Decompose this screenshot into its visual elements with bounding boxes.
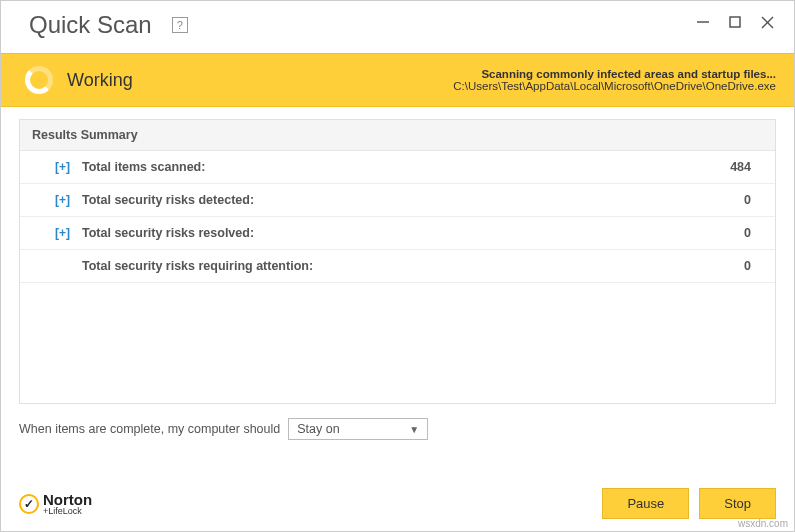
norton-logo: ✓ Norton +LifeLock: [19, 492, 92, 516]
logo-subbrand: +LifeLock: [43, 507, 92, 516]
result-row-scanned: [+] Total items scanned: 484: [20, 151, 775, 184]
row-label: Total security risks detected:: [82, 193, 744, 207]
status-bar: Working Scanning commonly infected areas…: [1, 53, 794, 107]
row-value: 0: [744, 259, 763, 273]
results-blank-area: [20, 283, 775, 403]
result-row-attention: [+] Total security risks requiring atten…: [20, 250, 775, 283]
row-value: 0: [744, 226, 763, 240]
row-label: Total items scanned:: [82, 160, 730, 174]
result-row-detected: [+] Total security risks detected: 0: [20, 184, 775, 217]
row-value: 484: [730, 160, 763, 174]
scan-headline: Scanning commonly infected areas and sta…: [453, 68, 776, 80]
stop-button[interactable]: Stop: [699, 488, 776, 519]
chevron-down-icon: ▼: [409, 424, 419, 435]
expand-icon[interactable]: [+]: [32, 193, 82, 207]
page-title: Quick Scan: [29, 11, 152, 39]
results-panel: Results Summary [+] Total items scanned:…: [19, 119, 776, 404]
results-header: Results Summary: [20, 120, 775, 151]
result-row-resolved: [+] Total security risks resolved: 0: [20, 217, 775, 250]
scan-current-path: C:\Users\Test\AppData\Local\Microsoft\On…: [453, 80, 776, 92]
svg-rect-1: [730, 17, 740, 27]
window-controls: [694, 13, 776, 31]
minimize-button[interactable]: [694, 13, 712, 31]
help-button[interactable]: ?: [172, 17, 188, 33]
logo-brand: Norton: [43, 492, 92, 507]
spinner-icon: [25, 66, 53, 94]
status-label: Working: [67, 70, 133, 91]
row-value: 0: [744, 193, 763, 207]
action-select[interactable]: Stay on ▼: [288, 418, 428, 440]
close-button[interactable]: [758, 13, 776, 31]
action-prompt: When items are complete, my computer sho…: [19, 422, 280, 436]
pause-button[interactable]: Pause: [602, 488, 689, 519]
watermark: wsxdn.com: [738, 518, 788, 529]
maximize-button[interactable]: [726, 13, 744, 31]
action-selected: Stay on: [297, 422, 339, 436]
row-label: Total security risks resolved:: [82, 226, 744, 240]
row-label: Total security risks requiring attention…: [82, 259, 744, 273]
checkmark-icon: ✓: [19, 494, 39, 514]
expand-icon[interactable]: [+]: [32, 160, 82, 174]
expand-icon[interactable]: [+]: [32, 226, 82, 240]
post-scan-action: When items are complete, my computer sho…: [1, 404, 794, 440]
